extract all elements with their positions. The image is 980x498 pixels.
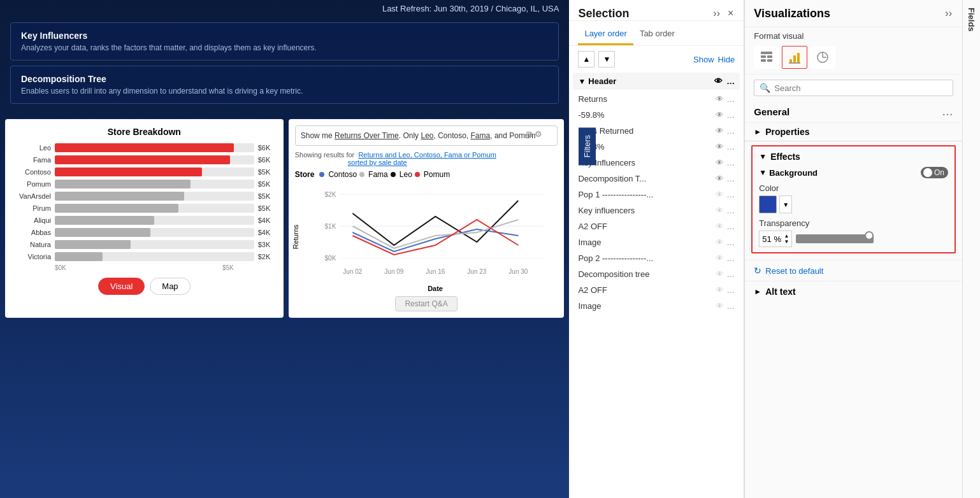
bar-value: $4K xyxy=(258,229,276,236)
transparency-controls: 51 % ▲▼ xyxy=(759,231,948,247)
background-toggle[interactable]: On xyxy=(921,167,948,178)
viz-expand-button[interactable]: ›› xyxy=(944,6,953,20)
layer-item[interactable]: Decomposition T... 👁 … xyxy=(573,171,740,187)
alt-text-header[interactable]: ► Alt text xyxy=(754,287,953,297)
layer-item[interactable]: Key influencers 👁 … xyxy=(573,203,740,218)
layer-item[interactable]: Pop 2 ----------------... 👁 … xyxy=(573,250,740,266)
layer-more-icon[interactable]: … xyxy=(726,222,735,231)
layer-eye-icon[interactable]: 👁 xyxy=(716,238,724,247)
bar-container xyxy=(55,143,254,152)
qa-showing-spacer xyxy=(295,159,348,166)
layer-more-icon[interactable]: … xyxy=(726,142,735,152)
bar-container xyxy=(55,252,254,261)
layer-more-icon[interactable]: … xyxy=(726,190,735,199)
qa-settings-icon[interactable]: ⚙ xyxy=(535,129,542,139)
layer-more-icon[interactable]: … xyxy=(726,285,735,295)
transparency-spinners[interactable]: ▲▼ xyxy=(784,233,789,245)
transparency-slider-track[interactable] xyxy=(796,234,948,243)
bar-container xyxy=(55,240,254,249)
reset-to-default-button[interactable]: ↻ Reset to default xyxy=(745,260,962,281)
qa-showing-link1[interactable]: Returns and Leo, Contoso, Fama or Pomum xyxy=(358,151,496,159)
bar-container xyxy=(55,228,254,237)
layer-eye-icon[interactable]: 👁 xyxy=(716,126,724,136)
layer-more-icon[interactable]: … xyxy=(726,174,735,183)
transparency-input[interactable]: 51 % ▲▼ xyxy=(759,231,792,247)
layer-item[interactable]: A2 OFF 👁 … xyxy=(573,218,740,234)
layer-eye-icon[interactable]: 👁 xyxy=(716,174,724,183)
tab-bar: Visual Map xyxy=(13,278,276,295)
svg-text:$0K: $0K xyxy=(324,255,336,262)
layer-item[interactable]: Decomposition tree 👁 … xyxy=(573,266,740,282)
filters-tab[interactable]: Filters xyxy=(579,127,596,165)
color-dropdown-button[interactable]: ▼ xyxy=(779,196,792,213)
viz-icon-table[interactable] xyxy=(754,46,779,69)
move-up-button[interactable]: ▲ xyxy=(578,51,594,68)
layer-more-icon[interactable]: … xyxy=(726,110,735,120)
viz-icon-analytics[interactable] xyxy=(810,46,835,69)
layer-icons: 👁 … xyxy=(716,253,735,263)
layer-eye-icon[interactable]: 👁 xyxy=(716,190,724,199)
fields-tab[interactable]: Fields xyxy=(962,0,980,498)
layer-item[interactable]: Image 👁 … xyxy=(573,298,740,314)
layer-eye-icon[interactable]: 👁 xyxy=(716,94,724,104)
layer-item[interactable]: -59.8% 👁 … xyxy=(573,107,740,123)
fields-label: Fields xyxy=(967,8,976,32)
qa-copy-icon[interactable]: ⧉ xyxy=(526,129,532,139)
layer-eye-icon[interactable]: 👁 xyxy=(716,253,724,263)
layer-item[interactable]: Units Returned 👁 … xyxy=(573,123,740,139)
layer-eye-icon[interactable]: 👁 xyxy=(716,269,724,279)
decomposition-tree-card[interactable]: Decomposition Tree Enables users to dril… xyxy=(10,66,559,104)
layer-item[interactable]: Returns 👁 … xyxy=(573,91,740,107)
selection-collapse-button[interactable]: ›› xyxy=(712,6,721,20)
hide-button[interactable]: Hide xyxy=(718,55,735,64)
layer-more-icon[interactable]: … xyxy=(726,269,735,279)
layer-item[interactable]: -59.8% 👁 … xyxy=(573,139,740,155)
layer-name: Units Returned xyxy=(578,126,716,136)
layer-item[interactable]: Key Influencers 👁 … xyxy=(573,155,740,171)
slider-thumb[interactable] xyxy=(865,231,874,240)
effects-section: ▼ Effects ▼ Background On Color ▼ Transp… xyxy=(751,145,956,253)
key-influencers-card[interactable]: Key Influencers Analyzes your data, rank… xyxy=(10,22,559,60)
visual-tab[interactable]: Visual xyxy=(98,278,145,295)
properties-header[interactable]: ► Properties xyxy=(754,127,953,137)
layer-eye-icon[interactable]: 👁 xyxy=(716,110,724,120)
alt-text-chevron-icon: ► xyxy=(754,287,761,296)
restart-btn-row: Restart Q&A xyxy=(295,296,558,311)
qa-showing-link2[interactable]: sorted by sale date xyxy=(348,159,407,166)
layer-more-icon[interactable]: … xyxy=(726,94,735,104)
layer-more-icon[interactable]: … xyxy=(726,238,735,247)
tab-order-tab[interactable]: Tab order xyxy=(633,24,681,45)
layer-eye-icon[interactable]: 👁 xyxy=(716,142,724,152)
color-swatch[interactable] xyxy=(759,196,777,213)
layer-more-icon[interactable]: … xyxy=(726,301,735,311)
layer-item[interactable]: Pop 1 ----------------... 👁 … xyxy=(573,187,740,203)
bar-label: Aliqui xyxy=(13,217,51,224)
layer-more-icon[interactable]: … xyxy=(726,126,735,136)
search-input[interactable] xyxy=(774,83,948,93)
layer-more-icon[interactable]: … xyxy=(726,253,735,263)
header-eye-icon[interactable]: 👁 xyxy=(714,76,723,86)
svg-rect-16 xyxy=(789,59,792,63)
decomposition-tree-title: Decomposition Tree xyxy=(21,74,548,84)
layer-order-tab[interactable]: Layer order xyxy=(578,24,633,45)
layer-eye-icon[interactable]: 👁 xyxy=(716,206,724,215)
bar-row: Abbas $4K xyxy=(13,228,276,237)
move-down-button[interactable]: ▼ xyxy=(598,51,615,68)
header-section-icons: 👁 … xyxy=(714,76,735,86)
restart-qa-button[interactable]: Restart Q&A xyxy=(395,296,457,311)
show-button[interactable]: Show xyxy=(693,55,714,64)
layer-eye-icon[interactable]: 👁 xyxy=(716,158,724,167)
layer-item[interactable]: Image 👁 … xyxy=(573,234,740,250)
layer-eye-icon[interactable]: 👁 xyxy=(716,301,724,311)
selection-close-button[interactable]: × xyxy=(726,6,735,20)
layer-more-icon[interactable]: … xyxy=(726,158,735,167)
layer-eye-icon[interactable]: 👁 xyxy=(716,285,724,295)
viz-icon-format[interactable] xyxy=(782,46,807,69)
layer-eye-icon[interactable]: 👁 xyxy=(716,222,724,231)
key-influencers-desc: Analyzes your data, ranks the factors th… xyxy=(21,43,548,52)
header-more-icon[interactable]: … xyxy=(726,76,735,86)
map-tab[interactable]: Map xyxy=(150,278,190,295)
general-more-button[interactable]: … xyxy=(942,105,953,118)
layer-more-icon[interactable]: … xyxy=(726,206,735,215)
layer-item[interactable]: A2 OFF 👁 … xyxy=(573,282,740,298)
